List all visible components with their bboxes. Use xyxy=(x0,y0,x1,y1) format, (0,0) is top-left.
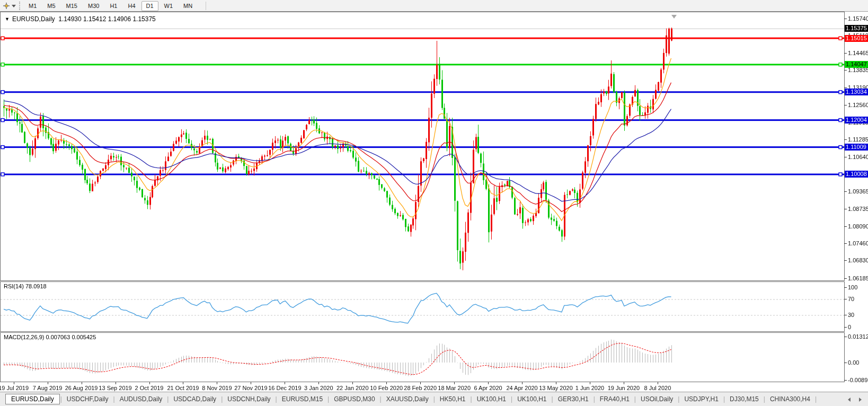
date-axis-label: 13 Sep 2019 xyxy=(99,385,131,391)
price-axis-label: 1.15740 xyxy=(848,15,868,22)
tab-separator: | xyxy=(678,395,679,403)
date-axis-tick xyxy=(658,382,658,384)
macd-axis-tick xyxy=(844,380,847,381)
chart-symbol-label: EURUSD,Daily xyxy=(12,15,55,23)
price-axis-label: 1.10640 xyxy=(848,154,868,160)
price-axis-tick xyxy=(844,105,847,105)
macd-axis-tick xyxy=(844,363,847,363)
price-axis-tick xyxy=(844,209,847,209)
tab-dj30-m15[interactable]: DJ30,M15 xyxy=(725,394,763,404)
price-axis-label: 1.06830 xyxy=(848,257,868,263)
price-axis-label: 1.07460 xyxy=(848,240,868,246)
price-axis-label: 1.12560 xyxy=(848,102,868,108)
tab-scroll-right-icon[interactable] xyxy=(859,398,862,402)
date-axis-tick xyxy=(217,382,217,384)
rsi-axis-label: 0 xyxy=(848,324,851,330)
price-axis-tick xyxy=(844,243,847,244)
tab-china300-h4[interactable]: CHINA300,H4 xyxy=(766,394,814,404)
bottom-tabs: EURUSD,Daily|USDCHF,Daily|AUDUSD,Daily|U… xyxy=(5,392,817,406)
timeframe-button-h4[interactable]: H4 xyxy=(123,1,140,11)
date-axis-label: 6 Apr 2020 xyxy=(474,385,502,391)
toolbar-separator xyxy=(206,2,206,10)
price-axis-tick xyxy=(844,139,847,140)
tab-separator: | xyxy=(113,395,115,403)
date-axis[interactable]: 19 Jul 20197 Aug 201926 Aug 201913 Sep 2… xyxy=(0,382,845,392)
timeframe-button-m30[interactable]: M30 xyxy=(83,1,104,11)
date-axis-tick xyxy=(624,382,624,384)
tab-separator: | xyxy=(634,395,636,403)
tab-separator: | xyxy=(594,395,595,403)
macd-axis-label: 0.013121 xyxy=(848,333,868,340)
date-axis-label: 21 Oct 2019 xyxy=(167,385,199,391)
price-level-badge: 1.11009 xyxy=(845,144,868,151)
tab-uk100-h1[interactable]: UK100,H1 xyxy=(513,394,551,404)
price-axis-label: 1.11285 xyxy=(848,136,868,143)
date-axis-tick xyxy=(14,382,14,384)
rsi-indicator-canvas[interactable] xyxy=(1,282,844,331)
main-chart-canvas[interactable] xyxy=(1,12,844,280)
tab-usoil-daily[interactable]: USOil,Daily xyxy=(636,394,677,404)
tab-usdcad-daily[interactable]: USDCAD,Daily xyxy=(169,394,220,404)
price-axis-tick xyxy=(844,191,847,192)
date-axis-label: 8 Jul 2020 xyxy=(644,385,671,391)
price-axis-label: 1.14465 xyxy=(848,50,868,56)
rsi-axis-label: 70 xyxy=(848,296,854,302)
chart-ohlc-values: 1.14930 1.15412 1.14906 1.15375 xyxy=(58,15,156,23)
current-price-badge: 1.15375 xyxy=(845,25,868,32)
date-axis-label: 18 Mar 2020 xyxy=(438,385,471,391)
price-level-badge: 1.10008 xyxy=(845,171,868,178)
date-axis-label: 27 Nov 2019 xyxy=(234,385,267,391)
macd-axis-label: -0.008933 xyxy=(848,377,868,383)
tab-ger30-h1[interactable]: GER30,H1 xyxy=(554,394,593,404)
tab-usdchf-daily[interactable]: USDCHF,Daily xyxy=(63,394,113,404)
tab-separator: | xyxy=(552,395,553,403)
tab-uk100-h1[interactable]: UK100,H1 xyxy=(473,394,510,404)
date-axis-label: 7 Aug 2019 xyxy=(33,385,63,391)
date-axis-label: 28 Feb 2020 xyxy=(404,385,437,391)
price-axis-label: 1.09365 xyxy=(848,188,868,195)
chart-menu-caret-icon[interactable]: ▼ xyxy=(5,16,10,22)
date-axis-tick xyxy=(352,382,353,384)
price-axis-tick xyxy=(844,260,847,261)
tab-usdcnh-daily[interactable]: USDCNH,Daily xyxy=(223,394,274,404)
timeframe-button-mn[interactable]: MN xyxy=(179,1,197,11)
price-axis-tick xyxy=(844,70,847,70)
timeframe-button-m5[interactable]: M5 xyxy=(42,1,60,11)
rsi-axis-label: 100 xyxy=(848,284,857,290)
timeframe-button-m1[interactable]: M1 xyxy=(24,1,41,11)
macd-indicator-canvas[interactable] xyxy=(1,333,844,382)
cursor-tool-dropdown-icon[interactable] xyxy=(12,5,16,7)
rsi-axis-tick xyxy=(844,299,847,299)
timeframe-button-h1[interactable]: H1 xyxy=(105,1,122,11)
date-axis-tick xyxy=(454,382,455,384)
tab-scroll-left-icon[interactable] xyxy=(848,398,851,402)
tab-separator: | xyxy=(471,395,472,403)
macd-axis-label: 0.00 xyxy=(848,359,859,366)
date-axis-label: 8 Nov 2019 xyxy=(202,385,232,391)
tab-usdjpy-h1[interactable]: USDJPY,H1 xyxy=(680,394,722,404)
tab-hk50-h1[interactable]: HK50,H1 xyxy=(436,394,470,404)
timeframe-button-m15[interactable]: M15 xyxy=(61,1,82,11)
rsi-label: RSI(14) 78.0918 xyxy=(4,283,47,289)
price-axis-tick xyxy=(844,226,847,227)
tab-audusd-daily[interactable]: AUDUSD,Daily xyxy=(116,394,167,404)
date-axis-tick xyxy=(522,382,522,384)
tab-eurusd-daily[interactable]: EURUSD,Daily xyxy=(5,394,60,404)
timeframe-button-d1[interactable]: D1 xyxy=(141,1,158,11)
tab-eurusd-m15[interactable]: EURUSD,M15 xyxy=(278,394,327,404)
macd-axis-tick xyxy=(844,337,847,337)
price-level-badge: 1.13034 xyxy=(845,89,868,95)
tab-separator: | xyxy=(815,395,817,403)
price-axis-tick xyxy=(844,87,847,88)
tab-separator: | xyxy=(723,395,725,403)
tab-xauusd-daily[interactable]: XAUUSD,Daily xyxy=(382,394,433,404)
timeframe-button-w1[interactable]: W1 xyxy=(160,1,178,11)
date-axis-tick xyxy=(318,382,319,384)
tab-gbpusd-m30[interactable]: GBPUSD,M30 xyxy=(330,394,379,404)
chart-title: ▼EURUSD,Daily 1.14930 1.15412 1.14906 1.… xyxy=(5,15,156,23)
toolbar-grip[interactable] xyxy=(19,2,20,10)
date-axis-tick xyxy=(386,382,387,384)
cursor-tool-icon[interactable] xyxy=(3,2,10,10)
date-axis-label: 3 Jan 2020 xyxy=(304,385,333,391)
tab-fra40-h1[interactable]: FRA40,H1 xyxy=(596,394,634,404)
